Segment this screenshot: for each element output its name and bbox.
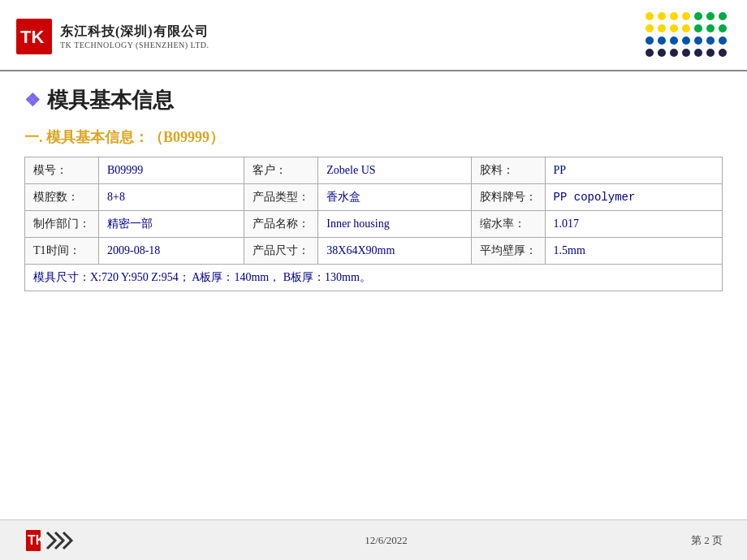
footer-page-num: 2 [704, 534, 710, 546]
table-row: T1时间： 2009-08-18 产品尺寸： 38X64X90mm 平均壁厚： … [25, 238, 723, 265]
header: TK 东江科技(深圳)有限公司 TK TECHNOLOGY (SHENZHEN)… [0, 0, 747, 71]
label-resin-grade: 胶料牌号： [471, 184, 545, 211]
info-table: 模号： B09999 客户： Zobele US 胶料： PP 模腔数： 8+8… [24, 157, 723, 291]
value-customer: Zobele US [318, 157, 471, 184]
svg-point-24 [658, 49, 666, 57]
table-row: 模号： B09999 客户： Zobele US 胶料： PP [25, 157, 723, 184]
value-cavity: 8+8 [99, 184, 244, 211]
value-product-name: Inner housing [318, 211, 471, 238]
label-t1-time: T1时间： [25, 238, 99, 265]
svg-text:TK: TK [28, 533, 45, 547]
value-mold-size: 模具尺寸：X:720 Y:950 Z:954； A板厚：140mm， B板厚：1… [25, 265, 723, 291]
svg-point-13 [694, 24, 702, 32]
table-row: 模腔数： 8+8 产品类型： 香水盒 胶料牌号： PP copolymer [25, 184, 723, 211]
value-t1-time: 2009-08-18 [99, 238, 244, 265]
svg-point-9 [646, 24, 654, 32]
value-mold-no: B09999 [99, 157, 244, 184]
table-row-full: 模具尺寸：X:720 Y:950 Z:954； A板厚：140mm， B板厚：1… [25, 265, 723, 291]
svg-point-4 [670, 12, 678, 20]
table-row: 制作部门： 精密一部 产品名称： Inner housing 缩水率： 1.01… [25, 211, 723, 238]
svg-point-27 [694, 49, 702, 57]
svg-point-20 [694, 37, 702, 45]
label-cavity: 模腔数： [25, 184, 99, 211]
label-resin: 胶料： [471, 157, 545, 184]
svg-point-3 [658, 12, 666, 20]
label-wall-thickness: 平均壁厚： [471, 238, 545, 265]
svg-point-12 [682, 24, 690, 32]
svg-point-22 [719, 37, 727, 45]
value-product-size: 38X64X90mm [318, 238, 471, 265]
label-mold-no: 模号： [25, 157, 99, 184]
footer-logo-icon: TK [24, 528, 81, 553]
svg-point-26 [682, 49, 690, 57]
value-product-type: 香水盒 [318, 184, 471, 211]
svg-point-15 [719, 24, 727, 32]
svg-point-21 [706, 37, 715, 45]
svg-point-16 [646, 37, 654, 45]
footer: TK 12/6/2022 第 2 页 [0, 519, 747, 560]
footer-page-label: 第 [691, 534, 702, 546]
label-product-name: 产品名称： [244, 211, 318, 238]
footer-date: 12/6/2022 [365, 534, 408, 547]
value-resin-grade: PP copolymer [545, 184, 722, 211]
footer-page-suffix: 页 [712, 534, 723, 546]
svg-point-25 [670, 49, 678, 57]
value-dept: 精密一部 [99, 211, 244, 238]
tk-logo-icon: TK [16, 19, 52, 54]
value-resin: PP [545, 157, 722, 184]
dot-grid-icon [641, 8, 731, 65]
svg-point-17 [658, 37, 666, 45]
svg-point-19 [682, 37, 690, 45]
svg-point-18 [670, 37, 678, 45]
section-heading-text: 一. 模具基本信息：（B09999） [24, 127, 224, 147]
company-en-name: TK TECHNOLOGY (SHENZHEN) LTD. [60, 41, 209, 50]
svg-point-8 [719, 12, 727, 20]
svg-point-5 [682, 12, 690, 20]
svg-point-2 [646, 12, 654, 20]
value-wall-thickness: 1.5mm [545, 238, 722, 265]
label-product-type: 产品类型： [244, 184, 318, 211]
svg-point-10 [658, 24, 666, 32]
page-title: ❖ 模具基本信息 [24, 86, 723, 114]
svg-point-7 [706, 12, 715, 20]
logo-area: TK 东江科技(深圳)有限公司 TK TECHNOLOGY (SHENZHEN)… [16, 19, 209, 54]
diamond-icon: ❖ [24, 90, 41, 111]
section-heading: 一. 模具基本信息：（B09999） [24, 127, 723, 147]
company-cn-name: 东江科技(深圳)有限公司 [60, 24, 209, 41]
svg-point-23 [646, 49, 654, 57]
company-text: 东江科技(深圳)有限公司 TK TECHNOLOGY (SHENZHEN) LT… [60, 24, 209, 50]
svg-point-14 [706, 24, 715, 32]
svg-point-28 [706, 49, 715, 57]
svg-text:TK: TK [20, 27, 44, 47]
svg-point-11 [670, 24, 678, 32]
svg-point-6 [694, 12, 702, 20]
main-content: ❖ 模具基本信息 一. 模具基本信息：（B09999） 模号： B09999 客… [0, 71, 747, 299]
label-shrinkage: 缩水率： [471, 211, 545, 238]
svg-point-29 [719, 49, 727, 57]
value-shrinkage: 1.017 [545, 211, 722, 238]
page-title-text: 模具基本信息 [47, 86, 174, 114]
label-customer: 客户： [244, 157, 318, 184]
label-product-size: 产品尺寸： [244, 238, 318, 265]
label-dept: 制作部门： [25, 211, 99, 238]
footer-page: 第 2 页 [691, 533, 723, 548]
